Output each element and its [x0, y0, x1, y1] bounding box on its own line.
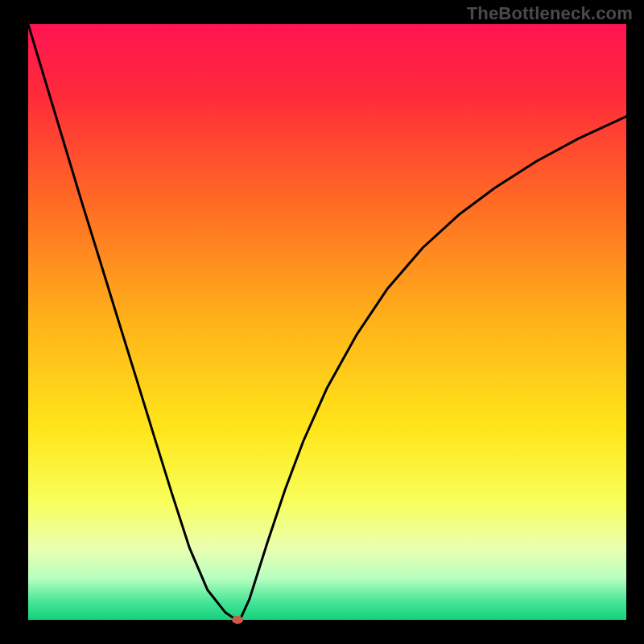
watermark-text: TheBottleneck.com [467, 3, 633, 24]
minimum-marker [232, 616, 243, 624]
chart-frame: TheBottleneck.com [0, 0, 644, 644]
chart-svg [0, 0, 644, 644]
